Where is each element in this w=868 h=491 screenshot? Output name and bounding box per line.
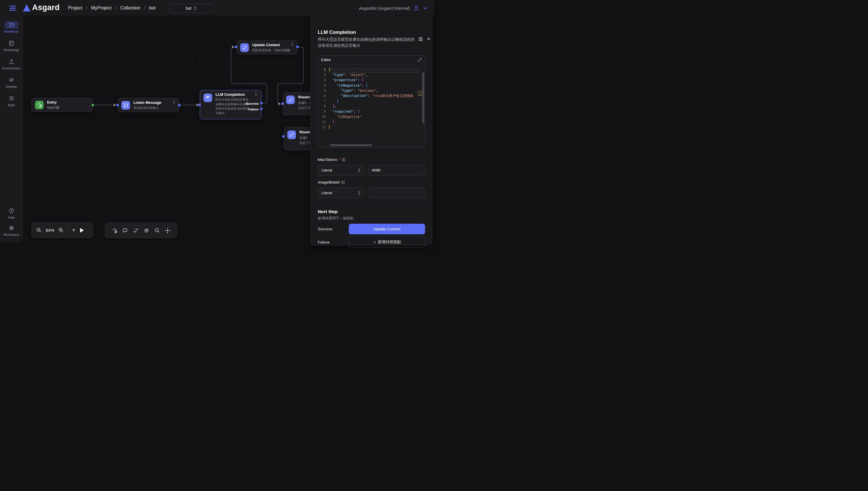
zoom-in-icon[interactable]	[58, 227, 64, 233]
port-llm-failure[interactable]	[260, 108, 263, 110]
account-name: AsgardAI (Asgard Internal)	[359, 6, 410, 10]
sidebar-item-settings[interactable]: Settings	[0, 76, 23, 88]
code-line[interactable]: "isNegative": {	[328, 83, 421, 88]
breadcrumb-bot[interactable]: bot	[149, 5, 156, 10]
node-menu-icon[interactable]: ⋮	[291, 43, 294, 46]
swap-node-tool-icon[interactable]	[133, 228, 139, 233]
code-line[interactable]: "description": "true表示客戶有正面情緒	[328, 93, 421, 98]
breadcrumb-myproject[interactable]: MyProject	[91, 5, 111, 10]
port-listen-out[interactable]	[178, 104, 181, 107]
code-line[interactable]: "required": [	[328, 109, 421, 114]
node-subtitle: 用於更新內容，初始化變數	[252, 48, 290, 53]
left-sidebar: Workflows Knowledge Environment Settings	[0, 16, 23, 242]
port-listen-in[interactable]	[116, 104, 119, 107]
node-menu-icon[interactable]: ⋮	[254, 92, 258, 96]
node-title: Update Context	[252, 43, 280, 47]
code-line[interactable]: "type": "object",	[328, 72, 421, 78]
success-row-label: Success	[318, 227, 332, 231]
asgard-logo-icon	[23, 4, 30, 11]
port-router2-in[interactable]	[282, 135, 285, 138]
info-icon[interactable]	[342, 158, 346, 162]
panel-description: 呼叫大型語言模型並產生結構化的資料輸出以輔助流程的決策或生成自然語言輸出	[318, 36, 418, 49]
sidebar-item-environment[interactable]: Environment	[0, 58, 23, 70]
auto-layout-icon[interactable]	[165, 228, 170, 233]
max-tokens-label: MaxTokens*	[318, 157, 346, 162]
code-line[interactable]: }	[328, 98, 421, 104]
menu-icon[interactable]	[9, 5, 16, 11]
node-description: 呼叫大型語言模型並產生結構化的資料輸出以輔助流程的決策或生成自然語言輸出	[216, 97, 249, 115]
expand-icon[interactable]	[418, 58, 422, 62]
node-listen-message[interactable]: Listen Message 等待訊息內容輸入 ⋮	[118, 98, 179, 112]
port-update-out[interactable]	[296, 46, 299, 48]
port-update-in[interactable]	[235, 46, 237, 48]
node-title: Listen Message	[133, 100, 161, 105]
editor-vertical-scrollbar[interactable]	[422, 72, 424, 123]
router-node-icon	[287, 131, 296, 139]
editor-horizontal-scrollbar[interactable]	[330, 144, 372, 146]
breadcrumb: Project / MyProject / Collection / bot	[68, 0, 156, 16]
node-update-context[interactable]: Update Context 用於更新內容，初始化變數 ⋮	[237, 40, 297, 55]
sidebar-item-workspace[interactable]: Workspace	[0, 224, 23, 236]
node-menu-icon[interactable]: ⋮	[172, 100, 176, 104]
add-node-icon[interactable]: +	[72, 227, 76, 233]
image-blob-input[interactable]	[368, 187, 425, 198]
search-icon[interactable]	[155, 228, 160, 233]
close-icon[interactable]: ✕	[427, 36, 431, 41]
user-icon[interactable]	[413, 5, 419, 11]
code-line[interactable]: },	[328, 104, 421, 109]
breadcrumb-collection[interactable]: Collection	[120, 5, 140, 10]
panel-title: LLM Completion	[318, 30, 356, 35]
node-palette-toolbar	[105, 223, 178, 238]
editor-code[interactable]: { "type": "object", "properties": { "isN…	[328, 67, 421, 129]
book-icon	[9, 40, 15, 46]
sidebar-item-workflows[interactable]: Workflows	[0, 21, 23, 33]
llm-node-icon	[204, 93, 212, 102]
port-llm-in[interactable]	[198, 104, 201, 106]
max-tokens-input[interactable]	[368, 165, 425, 175]
message-node-tool-icon[interactable]	[122, 228, 128, 233]
listen-message-node-icon	[121, 101, 130, 110]
run-workflow-icon[interactable]	[80, 228, 84, 233]
port-llm-success[interactable]	[260, 102, 263, 105]
breadcrumb-project[interactable]: Project	[68, 5, 82, 10]
node-subtitle: 等待訊息內容輸入	[133, 106, 159, 110]
image-blob-mode-select[interactable]: Literal	[318, 187, 364, 198]
next-step-subtitle: 新增或選擇下一個節點	[318, 216, 354, 221]
code-line[interactable]: "isNegative"	[328, 114, 421, 119]
output-failure-label: Failure	[248, 108, 259, 111]
node-llm-completion[interactable]: LLM Completion 呼叫大型語言模型並產生結構化的資料輸出以輔助流程的…	[200, 90, 262, 119]
save-icon[interactable]	[418, 37, 423, 41]
zoom-out-icon[interactable]	[36, 227, 42, 233]
code-line[interactable]: "type": "boolean",	[328, 88, 421, 93]
node-entry[interactable]: Entry 情緒判斷	[31, 98, 93, 112]
help-icon	[9, 208, 15, 214]
success-target-button[interactable]: Update Context	[349, 224, 425, 234]
llm-node-tool-icon[interactable]	[143, 228, 149, 233]
max-tokens-mode-select[interactable]: Literal	[318, 165, 364, 175]
node-title: Router	[299, 130, 311, 134]
port-entry-out[interactable]	[91, 104, 94, 107]
node-title: LLM Completion	[216, 92, 245, 97]
app-logo-text: Asgard	[32, 3, 60, 12]
node-title: Entry	[47, 100, 57, 105]
sidebar-item-help[interactable]: Help	[0, 207, 23, 219]
entry-node-tool-icon[interactable]	[112, 228, 117, 233]
schema-editor[interactable]: Editor 123456789101112 { "type": "object…	[318, 55, 425, 148]
zoom-toolbar: 84% +	[31, 222, 93, 238]
sidebar-item-apps[interactable]: Apps	[0, 95, 23, 107]
image-blob-label: ImageBlobId	[318, 180, 345, 184]
add-target-node-button[interactable]: ＋ 新增目標節點	[349, 237, 425, 246]
sidebar-item-knowledge[interactable]: Knowledge	[0, 39, 23, 52]
code-line[interactable]: "properties": {	[328, 78, 421, 83]
account-chevron-down-icon[interactable]	[423, 7, 427, 9]
update-context-node-icon	[240, 43, 249, 52]
code-line[interactable]: }	[328, 124, 421, 129]
workflow-select[interactable]: bot	[169, 4, 214, 12]
gear-icon	[9, 225, 15, 231]
port-router1-in[interactable]	[281, 103, 284, 105]
code-line[interactable]: {	[328, 67, 421, 72]
code-line[interactable]: ]	[328, 119, 421, 124]
info-icon[interactable]	[341, 180, 345, 184]
top-navbar: Asgard Project / MyProject / Collection …	[0, 0, 434, 16]
zoom-level: 84%	[46, 228, 54, 233]
